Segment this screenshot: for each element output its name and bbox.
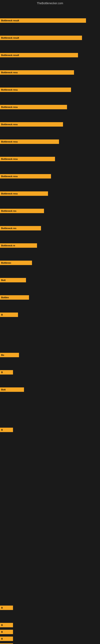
bar-label: Bottleneck result bbox=[0, 36, 20, 40]
bar-label: Bottleneck resu bbox=[0, 70, 19, 75]
bar-label: Bottleneck re bbox=[0, 243, 16, 248]
bar-item: Bottleneck result bbox=[0, 53, 78, 58]
bar-label: B bbox=[0, 636, 3, 641]
bar-item: Bottleneck resu bbox=[0, 122, 63, 127]
bar-item: Bottleneck res bbox=[0, 226, 41, 231]
bar-item: B bbox=[0, 643, 13, 644]
bar-label: Bottleneck resu bbox=[0, 174, 19, 178]
bar-label: Bottleneck resu bbox=[0, 88, 19, 92]
bar-item: Bottleneck resu bbox=[0, 156, 55, 162]
bar-label: Bottlenec bbox=[0, 260, 12, 265]
bar-item: Bott bbox=[0, 387, 24, 392]
bar-item: Bottleneck result bbox=[0, 18, 86, 23]
bar-item: B bbox=[0, 605, 13, 610]
bar-item: Bottleneck re bbox=[0, 243, 37, 248]
bar-label: Bottleneck result bbox=[0, 53, 20, 57]
bar-item: B bbox=[0, 428, 13, 432]
bar-label: Bottleneck resu bbox=[0, 105, 19, 109]
bar-label: B bbox=[0, 623, 3, 627]
bar-label: Bo bbox=[0, 353, 5, 357]
bar-item: Bottlenec bbox=[0, 260, 32, 265]
bar-label: Bott bbox=[0, 278, 6, 282]
bar-label: Bottleneck resu bbox=[0, 140, 19, 144]
site-title: TheBottlenecker.com bbox=[0, 0, 100, 6]
bar-item: B bbox=[0, 623, 13, 628]
bar-item: Bottleneck res bbox=[0, 208, 44, 213]
bar-label: Bottleneck result bbox=[0, 18, 20, 23]
bar-item: Bottleneck resu bbox=[0, 174, 51, 179]
bar-label: B bbox=[0, 428, 3, 432]
bar-item: B bbox=[0, 370, 13, 375]
bar-label: B bbox=[0, 312, 3, 317]
bar-label: Bottleneck resu bbox=[0, 122, 19, 126]
bar-item: Bo bbox=[0, 352, 19, 358]
bar-label: Bottlen bbox=[0, 295, 10, 300]
bar-item: Bottleneck resu bbox=[0, 191, 48, 196]
bar-item: Bottleneck resu bbox=[0, 87, 71, 92]
bar-label: B bbox=[0, 630, 3, 634]
bar-label: B bbox=[0, 606, 3, 610]
bar-item: B bbox=[0, 312, 18, 317]
bar-item: Bottlen bbox=[0, 295, 29, 300]
bar-item: B bbox=[0, 630, 13, 634]
bar-item: Bottleneck resu bbox=[0, 139, 59, 144]
bar-item: Bottleneck resu bbox=[0, 70, 74, 75]
bar-label: Bottleneck resu bbox=[0, 157, 19, 161]
bar-label: Bottleneck resu bbox=[0, 192, 19, 196]
bar-label: Bott bbox=[0, 388, 6, 392]
bar-label: B bbox=[0, 370, 3, 374]
bar-item: Bottleneck result bbox=[0, 36, 82, 40]
bar-label: Bottleneck res bbox=[0, 226, 17, 230]
bar-item: Bott bbox=[0, 278, 26, 282]
bar-item: B bbox=[0, 636, 13, 641]
bar-item: Bottleneck resu bbox=[0, 105, 67, 110]
bar-label: Bottleneck res bbox=[0, 209, 17, 213]
